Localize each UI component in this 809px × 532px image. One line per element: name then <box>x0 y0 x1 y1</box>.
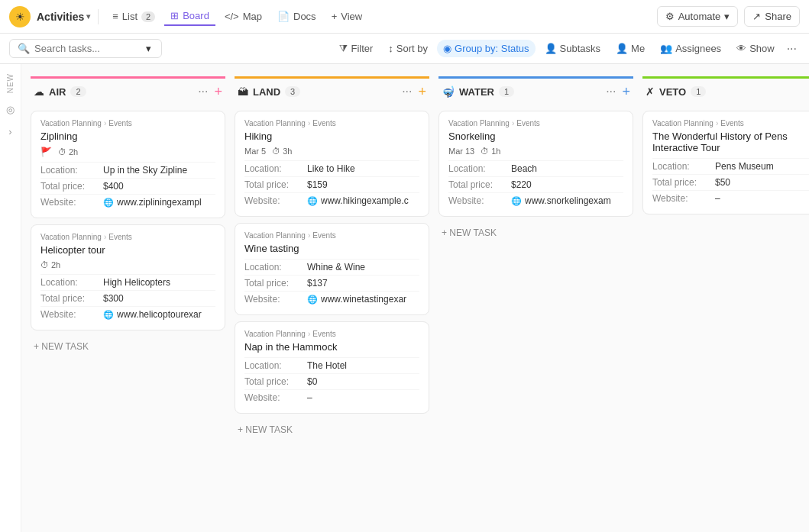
card-field: Website:– <box>244 389 419 405</box>
card-duration: ⏱1h <box>481 147 500 156</box>
card-title: Nap in the Hammock <box>244 341 419 353</box>
card-field: Location:Up in the Sky Zipline <box>40 162 215 178</box>
toolbar-right: ⧩ Filter ↕ Sort by ◉ Group by: Status 👤 … <box>333 39 800 59</box>
col-options-land[interactable]: ··· <box>399 83 415 100</box>
nav-view[interactable]: + View <box>325 8 369 25</box>
automate-icon: ⚙ <box>665 11 675 22</box>
card-title: Ziplining <box>40 131 215 142</box>
circle-icon[interactable]: ◎ <box>6 104 15 115</box>
field-value: High Helicopters <box>103 277 215 288</box>
col-add-air[interactable]: + <box>214 84 222 100</box>
field-label: Location: <box>448 163 511 174</box>
col-count-land: 3 <box>285 86 300 97</box>
field-label: Website: <box>244 195 307 206</box>
add-view-icon: + <box>332 11 338 22</box>
field-label: Location: <box>40 277 103 288</box>
col-count-air: 2 <box>70 86 86 97</box>
col-icon-veto: ✗ <box>646 85 655 98</box>
field-label: Location: <box>40 165 103 176</box>
col-options-air[interactable]: ··· <box>195 83 211 100</box>
card-field: Total price:$220 <box>448 176 623 192</box>
top-nav: ☀ Activities ▾ ≡ List 2 ⊞ Board </> Map … <box>0 0 809 34</box>
col-count-veto: 1 <box>691 86 706 97</box>
card-title: Hiking <box>244 131 419 142</box>
subtasks-button[interactable]: 👤 Subtasks <box>539 40 607 57</box>
card-veto-0[interactable]: Vacation Planning›EventsThe Wonderful Hi… <box>642 111 809 214</box>
card-air-0[interactable]: Vacation Planning›EventsZiplining🚩⏱2hLoc… <box>31 111 225 218</box>
nav-board[interactable]: ⊞ Board <box>164 7 215 26</box>
card-title: Snorkeling <box>448 131 623 142</box>
col-add-water[interactable]: + <box>622 84 630 100</box>
globe-icon: 🌐 <box>103 198 114 208</box>
globe-icon: 🌐 <box>307 196 318 206</box>
card-field: Website:– <box>652 190 809 206</box>
card-meta: Mar 13⏱1h <box>448 147 623 156</box>
card-land-2[interactable]: Vacation Planning›EventsNap in the Hammo… <box>235 321 429 414</box>
col-icon-land: 🏔 <box>238 85 248 98</box>
field-value: $220 <box>511 179 623 190</box>
new-label: NEW <box>6 73 15 93</box>
search-dropdown-icon[interactable]: ▾ <box>146 43 151 54</box>
app-title[interactable]: Activities ▾ <box>37 11 90 23</box>
card-field: Total price:$159 <box>244 176 419 192</box>
field-label: Location: <box>652 161 715 172</box>
main-layout: NEW ◎ › ☁AIR2···+Vacation Planning›Event… <box>0 64 809 532</box>
card-meta: Mar 5⏱3h <box>244 147 419 156</box>
card-date: Mar 13 <box>448 147 474 156</box>
card-field: Total price:$300 <box>40 290 215 306</box>
card-field: Location:Like to Hike <box>244 160 419 176</box>
column-veto: ✗VETO1···Vacation Planning›EventsThe Won… <box>642 76 809 221</box>
column-land: 🏔LAND3···+Vacation Planning›EventsHiking… <box>235 76 429 440</box>
field-value: $300 <box>103 293 215 304</box>
card-land-1[interactable]: Vacation Planning›EventsWine tastingLoca… <box>235 223 429 315</box>
assignees-button[interactable]: 👥 Assignees <box>654 40 727 57</box>
card-field: Total price:$50 <box>652 174 809 190</box>
card-breadcrumb: Vacation Planning›Events <box>244 231 419 240</box>
expand-icon[interactable]: › <box>8 126 11 137</box>
field-label: Total price: <box>244 376 307 387</box>
field-label: Website: <box>244 294 307 305</box>
filter-button[interactable]: ⧩ Filter <box>333 40 379 58</box>
nav-docs[interactable]: 📄 Docs <box>271 8 322 25</box>
list-badge: 2 <box>141 11 155 22</box>
col-title-land: LAND <box>253 86 280 98</box>
me-button[interactable]: 👤 Me <box>610 40 651 57</box>
card-land-0[interactable]: Vacation Planning›EventsHikingMar 5⏱3hLo… <box>235 111 429 217</box>
column-header-land: 🏔LAND3···+ <box>235 76 429 108</box>
nav-list[interactable]: ≡ List 2 <box>106 8 161 25</box>
field-label: Total price: <box>448 179 511 190</box>
card-flag-icon: 🚩 <box>40 147 52 157</box>
field-label: Location: <box>244 262 307 272</box>
automate-button[interactable]: ⚙ Automate ▾ <box>657 6 739 27</box>
me-icon: 👤 <box>616 43 628 54</box>
new-task-btn-land[interactable]: + NEW TASK <box>235 420 429 440</box>
docs-icon: 📄 <box>277 11 290 22</box>
field-value: $50 <box>715 177 809 188</box>
sort-by-button[interactable]: ↕ Sort by <box>382 40 434 57</box>
card-breadcrumb: Vacation Planning›Events <box>652 119 809 127</box>
filter-icon: ⧩ <box>339 43 348 55</box>
new-task-btn-water[interactable]: + NEW TASK <box>438 223 633 243</box>
show-button[interactable]: 👁 Show <box>730 40 781 57</box>
map-icon: </> <box>225 11 239 22</box>
card-water-0[interactable]: Vacation Planning›EventsSnorkelingMar 13… <box>438 111 633 217</box>
toolbar: 🔍 ▾ ⧩ Filter ↕ Sort by ◉ Group by: Statu… <box>0 34 809 64</box>
search-input[interactable] <box>34 43 141 54</box>
card-meta: 🚩⏱2h <box>40 147 215 157</box>
new-task-btn-air[interactable]: + NEW TASK <box>31 337 225 356</box>
card-field: Total price:$400 <box>40 178 215 194</box>
col-options-water[interactable]: ··· <box>603 83 619 100</box>
card-breadcrumb: Vacation Planning›Events <box>40 119 215 127</box>
search-box[interactable]: 🔍 ▾ <box>9 39 162 58</box>
col-add-land[interactable]: + <box>418 84 426 100</box>
group-by-button[interactable]: ◉ Group by: Status <box>437 40 536 57</box>
more-options-button[interactable]: ··· <box>784 39 800 59</box>
card-air-1[interactable]: Vacation Planning›EventsHelicopter tour⏱… <box>31 224 225 330</box>
nav-map[interactable]: </> Map <box>218 8 268 25</box>
card-title: Helicopter tour <box>40 244 215 256</box>
clock-icon: ⏱ <box>58 147 66 156</box>
title-chevron[interactable]: ▾ <box>86 12 90 21</box>
field-value: $400 <box>103 181 215 192</box>
share-button[interactable]: ↗ Share <box>744 6 800 27</box>
card-field: Website:🌐www.helicoptourexar <box>40 306 215 322</box>
